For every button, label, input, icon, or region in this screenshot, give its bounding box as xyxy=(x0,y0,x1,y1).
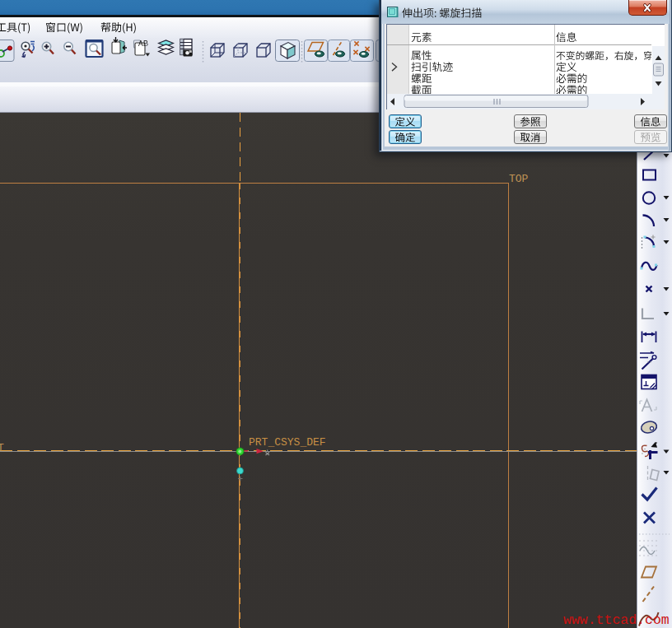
svg-text:TOP: TOP xyxy=(509,173,529,185)
svg-text:T: T xyxy=(0,442,4,454)
svg-text:PRT_CSYS_DEF: PRT_CSYS_DEF xyxy=(249,436,326,449)
